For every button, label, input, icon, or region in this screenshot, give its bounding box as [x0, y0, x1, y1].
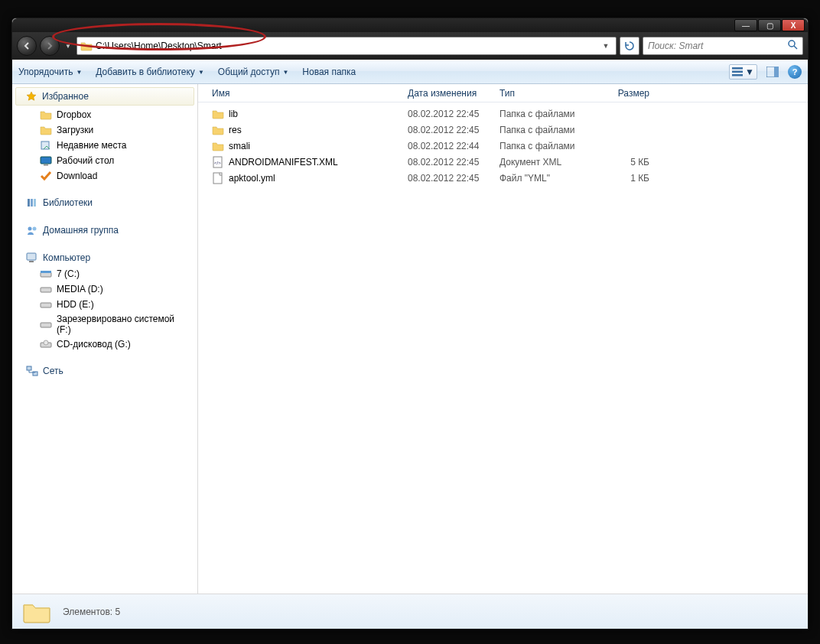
address-bar[interactable]: C:\Users\Home\Desktop\Smart ▼: [76, 37, 617, 55]
svg-rect-4: [732, 74, 743, 76]
homegroup-icon: [26, 224, 38, 236]
sidebar-item-recent[interactable]: Недавние места: [12, 138, 197, 153]
sidebar-item-downloads[interactable]: Загрузки: [12, 122, 197, 138]
drive-icon: [40, 318, 52, 330]
homegroup-group: Домашняя группа: [12, 222, 197, 239]
item-label: Download: [57, 171, 97, 181]
add-to-library-menu[interactable]: Добавить в библиотеку▼: [96, 67, 203, 77]
col-name[interactable]: Имя: [212, 88, 408, 99]
forward-button[interactable]: [40, 36, 60, 56]
computer-icon: [26, 252, 38, 264]
svg-point-13: [28, 227, 32, 231]
file-row[interactable]: apktool.yml08.02.2012 22:45Файл "YML"1 К…: [198, 170, 808, 186]
content-pane: Имя Дата изменения Тип Размер lib08.02.2…: [198, 84, 808, 594]
search-input[interactable]: [648, 41, 778, 51]
organize-menu[interactable]: Упорядочить▼: [18, 67, 82, 77]
file-size: 5 КБ: [604, 157, 657, 168]
file-row[interactable]: smali08.02.2012 22:44Папка с файлами: [198, 138, 808, 154]
item-label: Dropbox: [57, 109, 91, 120]
sidebar-item-drive-f[interactable]: Зарезервировано системой (F:): [12, 312, 197, 337]
cd-drive-icon: [40, 338, 52, 350]
file-name: ANDROIDMANIFEST.XML: [229, 157, 338, 168]
explorer-window: — ▢ X ▼ C:\Users\Home\Desktop\Smart ▼: [11, 18, 809, 629]
sidebar-item-drive-d[interactable]: MEDIA (D:): [12, 281, 197, 297]
address-path: C:\Users\Home\Desktop\Smart: [96, 41, 596, 51]
col-size[interactable]: Размер: [604, 88, 657, 99]
address-dropdown-icon[interactable]: ▼: [599, 42, 613, 50]
svg-rect-21: [41, 323, 51, 327]
preview-pane-button[interactable]: [763, 64, 782, 80]
back-button[interactable]: [17, 36, 37, 56]
favorites-header[interactable]: Избранное: [15, 87, 194, 106]
svg-rect-20: [41, 303, 51, 307]
recent-icon: [40, 139, 52, 151]
sidebar-item-drive-g[interactable]: CD-дисковод (G:): [12, 337, 197, 352]
file-type: Папка с файлами: [499, 109, 604, 119]
item-label: CD-дисковод (G:): [57, 339, 131, 350]
chevron-down-icon: ▼: [282, 69, 288, 76]
file-type: Файл "YML": [499, 173, 604, 184]
maximize-button[interactable]: ▢: [758, 19, 781, 31]
homegroup-header[interactable]: Домашняя группа: [12, 222, 197, 239]
nav-history-dropdown[interactable]: ▼: [63, 36, 73, 56]
svg-rect-19: [41, 288, 51, 292]
file-date: 08.02.2012 22:45: [408, 157, 499, 168]
refresh-button[interactable]: [620, 37, 639, 55]
view-options-button[interactable]: ▼: [729, 64, 757, 80]
chevron-down-icon: ▼: [745, 67, 754, 77]
drive-icon: [40, 283, 52, 295]
check-icon: [40, 170, 52, 182]
toolbar-right: ▼ ?: [729, 64, 802, 80]
network-group: Сеть: [12, 363, 197, 379]
add-library-label: Добавить в библиотеку: [96, 67, 195, 77]
xml-icon: </>: [212, 156, 224, 168]
svg-point-14: [33, 227, 37, 231]
status-label: Элементов:: [63, 607, 112, 617]
favorites-group: Избранное Dropbox Загрузки Недавние мест…: [12, 87, 197, 184]
minimize-button[interactable]: —: [734, 19, 757, 31]
folder-icon: [40, 124, 52, 136]
item-label: Рабочий стол: [57, 155, 114, 166]
libraries-header[interactable]: Библиотеки: [12, 194, 197, 211]
computer-label: Компьютер: [43, 252, 90, 263]
new-folder-button[interactable]: Новая папка: [302, 67, 356, 77]
svg-rect-10: [28, 199, 30, 207]
folder-icon: [80, 40, 93, 52]
network-icon: [26, 365, 38, 377]
col-date[interactable]: Дата изменения: [408, 88, 499, 99]
item-label: HDD (E:): [57, 299, 94, 310]
item-label: 7 (C:): [57, 268, 80, 279]
folder-icon: [40, 109, 52, 121]
share-menu[interactable]: Общий доступ▼: [218, 67, 289, 77]
homegroup-label: Домашняя группа: [43, 225, 119, 236]
sidebar-item-download[interactable]: Download: [12, 168, 197, 184]
file-row[interactable]: lib08.02.2012 22:45Папка с файлами: [198, 106, 808, 122]
sidebar-item-dropbox[interactable]: Dropbox: [12, 107, 197, 122]
close-button[interactable]: X: [782, 19, 805, 31]
folder-icon: [212, 140, 224, 152]
search-box[interactable]: [643, 37, 803, 55]
search-icon: [788, 40, 798, 52]
computer-header[interactable]: Компьютер: [12, 249, 197, 266]
sidebar-item-drive-c[interactable]: 7 (C:): [12, 266, 197, 281]
toolbar: Упорядочить▼ Добавить в библиотеку▼ Общи…: [12, 60, 808, 84]
file-date: 08.02.2012 22:44: [408, 141, 499, 151]
status-count: 5: [116, 607, 121, 617]
status-text: Элементов: 5: [63, 607, 120, 617]
nav-bar: ▼ C:\Users\Home\Desktop\Smart ▼: [12, 32, 808, 60]
drive-icon: [40, 298, 52, 311]
col-type[interactable]: Тип: [499, 88, 604, 99]
help-button[interactable]: ?: [788, 65, 802, 79]
file-date: 08.02.2012 22:45: [408, 109, 499, 119]
file-row[interactable]: res08.02.2012 22:45Папка с файлами: [198, 122, 808, 138]
folder-icon: [212, 108, 224, 120]
svg-rect-8: [41, 157, 51, 164]
sidebar-item-drive-e[interactable]: HDD (E:): [12, 297, 197, 312]
file-name: res: [229, 125, 242, 135]
file-name: apktool.yml: [229, 173, 275, 184]
file-row[interactable]: </>ANDROIDMANIFEST.XML08.02.2012 22:45До…: [198, 154, 808, 170]
svg-rect-16: [29, 261, 34, 262]
sidebar-item-desktop[interactable]: Рабочий стол: [12, 153, 197, 168]
network-header[interactable]: Сеть: [12, 363, 197, 379]
svg-rect-6: [774, 67, 779, 77]
